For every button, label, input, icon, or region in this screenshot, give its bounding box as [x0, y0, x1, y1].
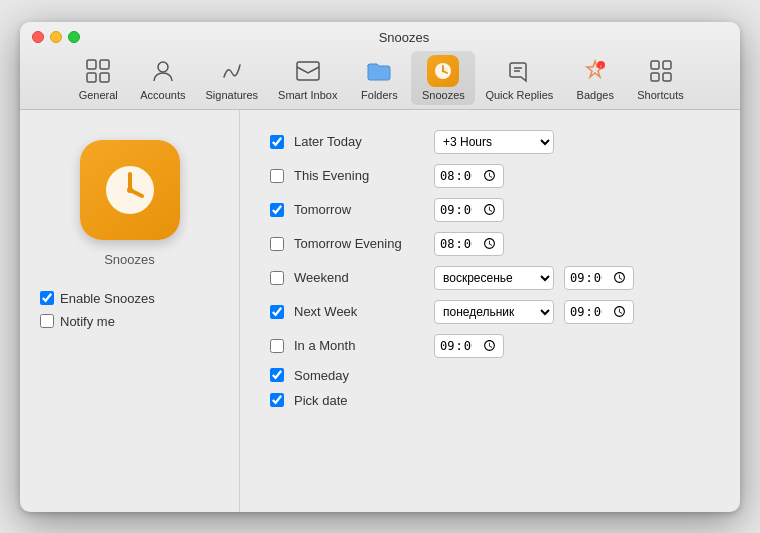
svg-rect-3 [100, 73, 109, 82]
smart-inbox-icon [292, 55, 324, 87]
toolbar-item-quick-replies[interactable]: Quick Replies [475, 51, 563, 105]
notify-me-label: Notify me [60, 314, 115, 329]
folders-label: Folders [361, 89, 398, 101]
svg-point-4 [158, 62, 168, 72]
snoozes-label: Snoozes [422, 89, 465, 101]
tomorrow-time[interactable] [434, 198, 504, 222]
badges-icon: ! [579, 55, 611, 87]
someday-label: Someday [294, 368, 424, 383]
svg-point-9 [442, 69, 444, 71]
someday-row: Someday [270, 368, 710, 383]
pick-date-row: Pick date [270, 393, 710, 408]
app-icon-label: Snoozes [104, 252, 155, 267]
notify-me-row: Notify me [40, 314, 219, 329]
tomorrow-evening-checkbox[interactable] [270, 237, 284, 251]
enable-snoozes-label: Enable Snoozes [60, 291, 155, 306]
tomorrow-checkbox[interactable] [270, 203, 284, 217]
next-week-day-select[interactable]: понедельник вторник [434, 300, 554, 324]
pick-date-label: Pick date [294, 393, 424, 408]
weekend-label: Weekend [294, 270, 424, 285]
next-week-time[interactable] [564, 300, 634, 324]
tomorrow-evening-row: Tomorrow Evening [270, 232, 710, 256]
quick-replies-icon [503, 55, 535, 87]
this-evening-label: This Evening [294, 168, 424, 183]
svg-rect-2 [87, 73, 96, 82]
badges-label: Badges [577, 89, 614, 101]
tomorrow-evening-label: Tomorrow Evening [294, 236, 424, 251]
this-evening-row: This Evening [270, 164, 710, 188]
enable-snoozes-row: Enable Snoozes [40, 291, 219, 306]
minimize-button[interactable] [50, 31, 62, 43]
tomorrow-evening-time[interactable] [434, 232, 504, 256]
right-panel: Later Today +3 Hours +1 Hour +2 Hours +4… [240, 110, 740, 512]
folders-icon [363, 55, 395, 87]
weekend-checkbox[interactable] [270, 271, 284, 285]
this-evening-time[interactable] [434, 164, 504, 188]
svg-point-21 [127, 187, 133, 193]
weekend-time[interactable] [564, 266, 634, 290]
smart-inbox-label: Smart Inbox [278, 89, 337, 101]
later-today-select[interactable]: +3 Hours +1 Hour +2 Hours +4 Hours +6 Ho… [434, 130, 554, 154]
in-a-month-row: In a Month [270, 334, 710, 358]
tomorrow-row: Tomorrow [270, 198, 710, 222]
title-bar-top: Snoozes [32, 30, 728, 45]
toolbar-item-snoozes[interactable]: Snoozes [411, 51, 475, 105]
general-icon [82, 55, 114, 87]
signatures-icon [216, 55, 248, 87]
later-today-checkbox[interactable] [270, 135, 284, 149]
next-week-checkbox[interactable] [270, 305, 284, 319]
svg-rect-17 [663, 73, 671, 81]
svg-rect-16 [651, 73, 659, 81]
pick-date-checkbox[interactable] [270, 393, 284, 407]
weekend-row: Weekend воскресенье суббота [270, 266, 710, 290]
next-week-row: Next Week понедельник вторник [270, 300, 710, 324]
svg-rect-5 [297, 62, 319, 80]
close-button[interactable] [32, 31, 44, 43]
toolbar-item-general[interactable]: General [66, 51, 130, 105]
later-today-row: Later Today +3 Hours +1 Hour +2 Hours +4… [270, 130, 710, 154]
window-controls [32, 31, 80, 43]
maximize-button[interactable] [68, 31, 80, 43]
svg-rect-14 [651, 61, 659, 69]
svg-text:!: ! [601, 63, 602, 69]
general-label: General [79, 89, 118, 101]
enable-snoozes-checkbox[interactable] [40, 291, 54, 305]
svg-rect-0 [87, 60, 96, 69]
accounts-icon [147, 55, 179, 87]
this-evening-checkbox[interactable] [270, 169, 284, 183]
left-panel: Snoozes Enable Snoozes Notify me [20, 110, 240, 512]
toolbar-item-folders[interactable]: Folders [347, 51, 411, 105]
title-bar: Snoozes General [20, 22, 740, 110]
later-today-label: Later Today [294, 134, 424, 149]
weekend-day-select[interactable]: воскресенье суббота [434, 266, 554, 290]
notify-me-checkbox[interactable] [40, 314, 54, 328]
tomorrow-label: Tomorrow [294, 202, 424, 217]
main-content: Snoozes Enable Snoozes Notify me Later T… [20, 110, 740, 512]
snoozes-icon [427, 55, 459, 87]
in-a-month-checkbox[interactable] [270, 339, 284, 353]
toolbar: General Accounts Sign [66, 51, 693, 109]
quick-replies-label: Quick Replies [485, 89, 553, 101]
svg-rect-15 [663, 61, 671, 69]
svg-rect-1 [100, 60, 109, 69]
shortcuts-label: Shortcuts [637, 89, 683, 101]
someday-checkbox[interactable] [270, 368, 284, 382]
toolbar-item-smart-inbox[interactable]: Smart Inbox [268, 51, 347, 105]
toolbar-item-badges[interactable]: ! Badges [563, 51, 627, 105]
window-title: Snoozes [80, 30, 728, 45]
toolbar-item-shortcuts[interactable]: Shortcuts [627, 51, 693, 105]
toolbar-item-signatures[interactable]: Signatures [196, 51, 269, 105]
in-a-month-label: In a Month [294, 338, 424, 353]
app-icon-large [80, 140, 180, 240]
signatures-label: Signatures [206, 89, 259, 101]
in-a-month-time[interactable] [434, 334, 504, 358]
shortcuts-icon [645, 55, 677, 87]
main-window: Snoozes General [20, 22, 740, 512]
next-week-label: Next Week [294, 304, 424, 319]
accounts-label: Accounts [140, 89, 185, 101]
toolbar-item-accounts[interactable]: Accounts [130, 51, 195, 105]
